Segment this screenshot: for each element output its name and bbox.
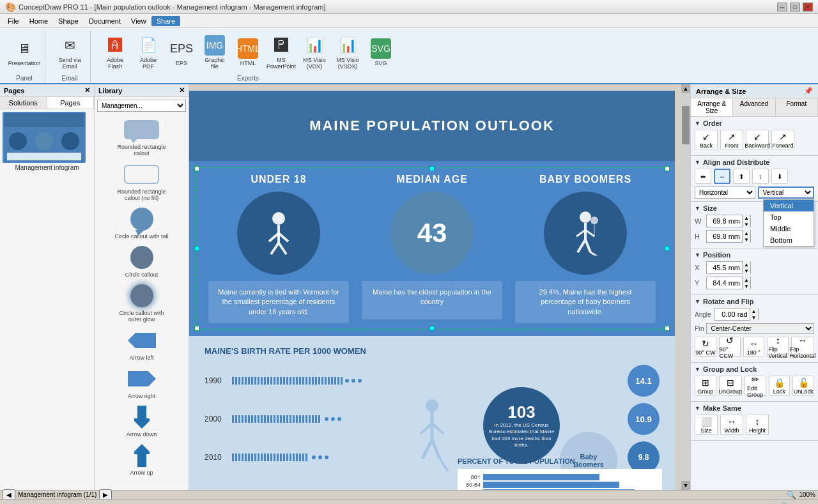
angle-up-btn[interactable]: ▲ bbox=[750, 308, 758, 314]
infogram-canvas[interactable]: MAINE POPULATION OUTLOOK bbox=[189, 91, 675, 490]
page-thumbnail-1[interactable] bbox=[3, 112, 86, 163]
angle-input[interactable]: ▲ ▼ bbox=[714, 308, 759, 321]
ribbon-eps-btn[interactable]: EPS EPS bbox=[166, 34, 197, 71]
width-input[interactable]: ▲ ▼ bbox=[706, 215, 751, 227]
ribbon-send-email-btn[interactable]: ✉ Send viaEmail bbox=[54, 34, 85, 71]
align-section-title[interactable]: ▼ Align and Distribute bbox=[695, 158, 814, 166]
align-left-btn[interactable]: ⬅ bbox=[695, 169, 711, 184]
position-section-title[interactable]: ▼ Position bbox=[695, 251, 814, 259]
menu-share[interactable]: Share bbox=[151, 16, 180, 26]
library-close-icon[interactable]: ✕ bbox=[179, 86, 185, 95]
align-middle-btn[interactable]: ↕ bbox=[752, 169, 769, 184]
x-value[interactable] bbox=[707, 264, 742, 271]
shape-item-circle-glow[interactable]: Circle callout withouter glow bbox=[97, 283, 186, 323]
group-btn[interactable]: ⊞ Group bbox=[695, 376, 716, 396]
horizontal-align-dropdown[interactable]: Horizontal bbox=[695, 187, 755, 199]
menu-view[interactable]: View bbox=[126, 16, 151, 26]
shape-item-arrow-right[interactable]: Arrow right bbox=[97, 366, 186, 399]
menu-home[interactable]: Home bbox=[24, 16, 53, 26]
page-nav-prev-btn[interactable]: ◀ bbox=[3, 489, 15, 500]
group-lock-title[interactable]: ▼ Group and Lock bbox=[695, 365, 814, 373]
popup-item-top[interactable]: Top bbox=[764, 211, 814, 223]
shape-item-arrow-down[interactable]: Arrow down bbox=[97, 404, 186, 438]
canvas-vertical-scrollbar[interactable]: ▲ ▼ bbox=[681, 84, 690, 490]
align-center-btn[interactable]: ↔ bbox=[714, 169, 730, 184]
scroll-down-btn[interactable]: ▼ bbox=[681, 481, 690, 490]
maximize-button[interactable]: □ bbox=[790, 3, 800, 11]
x-down-btn[interactable]: ▼ bbox=[743, 268, 750, 274]
height-value[interactable] bbox=[707, 233, 742, 240]
y-input[interactable]: ▲ ▼ bbox=[706, 277, 751, 289]
solutions-tab[interactable]: Solutions bbox=[0, 97, 47, 109]
angle-down-btn[interactable]: ▼ bbox=[750, 314, 758, 321]
front-btn[interactable]: ↗ Front bbox=[720, 130, 743, 150]
menu-document[interactable]: Document bbox=[84, 16, 126, 26]
pin-dropdown[interactable]: Center-Center bbox=[706, 323, 814, 334]
height-down-btn[interactable]: ▼ bbox=[743, 236, 750, 243]
ribbon-svg-btn[interactable]: SVG SVG bbox=[366, 34, 396, 71]
height-up-btn[interactable]: ▲ bbox=[743, 230, 750, 236]
rotate-90cw-btn[interactable]: ↻ 90° CW bbox=[695, 337, 716, 357]
ribbon-ms-visio-vdx-btn[interactable]: 📊 MS Visio(VDX) bbox=[299, 34, 330, 71]
width-up-btn[interactable]: ▲ bbox=[743, 215, 750, 221]
menu-file[interactable]: File bbox=[3, 16, 24, 26]
lock-btn[interactable]: 🔒 Lock bbox=[769, 376, 791, 396]
shape-item-circle-callout[interactable]: Circle callout bbox=[97, 245, 186, 278]
shape-item-circle-tail[interactable]: Circle callout with tail bbox=[97, 206, 186, 240]
rotate-90ccw-btn[interactable]: ↺ 90° CCW bbox=[719, 337, 741, 357]
unlock-btn[interactable]: 🔓 UnLock bbox=[792, 376, 814, 396]
height-input[interactable]: ▲ ▼ bbox=[706, 230, 751, 243]
align-bottom-btn[interactable]: ⬇ bbox=[771, 169, 788, 184]
arrange-panel-pin-icon[interactable]: 📌 bbox=[804, 87, 813, 95]
pages-tab[interactable]: Pages bbox=[47, 97, 95, 109]
back-btn[interactable]: ↙ Back bbox=[695, 130, 718, 150]
edit-group-btn[interactable]: ✏ EditGroup bbox=[745, 376, 766, 396]
ribbon-graphic-btn[interactable]: IMG Graphicfile bbox=[199, 34, 230, 71]
ribbon-presentation-btn[interactable]: 🖥 Presentation bbox=[9, 34, 40, 71]
rotate-section-title[interactable]: ▼ Rotate and Flip bbox=[695, 298, 814, 305]
x-input[interactable]: ▲ ▼ bbox=[706, 261, 751, 274]
ribbon-adobe-flash-btn[interactable]: 🅰 AdobeFlash bbox=[100, 34, 130, 71]
zoom-out-btn[interactable]: 🔍 bbox=[787, 491, 796, 500]
advanced-tab[interactable]: Advanced bbox=[733, 98, 775, 116]
popup-item-vertical[interactable]: Vertical bbox=[764, 200, 814, 211]
shape-item-arrow-left[interactable]: Arrow left bbox=[97, 328, 186, 361]
forward-btn[interactable]: ↗ Forward bbox=[771, 130, 794, 150]
y-value[interactable] bbox=[707, 279, 742, 287]
minimize-button[interactable]: ─ bbox=[777, 3, 787, 11]
ribbon-adobe-pdf-btn[interactable]: 📄 AdobePDF bbox=[133, 34, 164, 71]
scroll-thumb[interactable] bbox=[682, 106, 690, 144]
align-top-btn[interactable]: ⬆ bbox=[733, 169, 750, 184]
ribbon-ms-ppt-btn[interactable]: 🅿 MSPowerPoint bbox=[266, 34, 297, 71]
angle-value[interactable] bbox=[714, 310, 750, 318]
canvas-area[interactable]: MAINE POPULATION OUTLOOK bbox=[189, 84, 681, 490]
make-same-size-btn[interactable]: ⬜ Size bbox=[695, 415, 718, 435]
shape-item-rounded-rect-nofill[interactable]: Rounded rectanglecalout (no fill) bbox=[97, 162, 186, 201]
library-dropdown[interactable]: Managemen... bbox=[97, 100, 186, 112]
ribbon-ms-visio-vsdx-btn[interactable]: 📊 MS Visio(VSDX) bbox=[332, 34, 363, 71]
popup-item-bottom[interactable]: Bottom bbox=[764, 234, 814, 246]
page-nav-next-btn[interactable]: ▶ bbox=[99, 489, 112, 500]
ribbon-html-btn[interactable]: HTML HTML bbox=[233, 34, 263, 71]
flip-horizontal-btn[interactable]: ↔ FlipHorizontal bbox=[791, 337, 814, 357]
make-same-title[interactable]: ▼ Make Same bbox=[695, 404, 814, 412]
menu-shape[interactable]: Shape bbox=[53, 16, 84, 26]
y-up-btn[interactable]: ▲ bbox=[743, 277, 750, 283]
vertical-align-dropdown[interactable]: Vertical Top Middle Bottom bbox=[758, 187, 815, 199]
shape-item-arrow-up[interactable]: Arrow up bbox=[97, 443, 186, 476]
x-up-btn[interactable]: ▲ bbox=[743, 261, 750, 268]
make-same-width-btn[interactable]: ↔ Width bbox=[720, 415, 743, 435]
width-down-btn[interactable]: ▼ bbox=[743, 221, 750, 227]
make-same-height-btn[interactable]: ↕ Height bbox=[746, 415, 769, 435]
y-down-btn[interactable]: ▼ bbox=[743, 283, 750, 289]
format-tab[interactable]: Format bbox=[776, 98, 818, 116]
arrange-size-tab[interactable]: Arrange & Size bbox=[691, 98, 733, 116]
pages-panel-close-icon[interactable]: ✕ bbox=[84, 86, 90, 95]
shape-item-rounded-rect-callout[interactable]: Rounded rectanglecalout bbox=[97, 117, 186, 157]
order-section-title[interactable]: ▼ Order bbox=[695, 119, 814, 127]
flip-vertical-btn[interactable]: ↕ FlipVertical bbox=[767, 337, 789, 357]
scroll-up-btn[interactable]: ▲ bbox=[681, 84, 690, 93]
popup-item-middle[interactable]: Middle bbox=[764, 223, 814, 234]
rotate-180-btn[interactable]: ↔ 180 ° bbox=[743, 337, 765, 357]
ungroup-btn[interactable]: ⊟ UnGroup bbox=[719, 376, 742, 396]
